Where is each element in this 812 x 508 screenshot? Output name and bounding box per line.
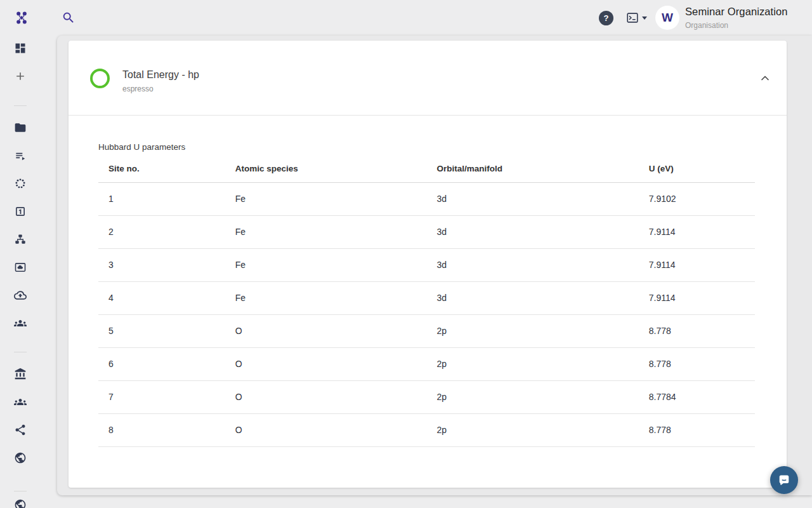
cell-orbital-manifold: 3d <box>426 215 638 248</box>
globe-icon-bottom[interactable] <box>14 498 27 508</box>
chevron-up-icon[interactable] <box>757 70 773 86</box>
cell-u-ev: 8.7784 <box>639 380 755 413</box>
table-row: 3Fe3d7.9114 <box>98 248 755 281</box>
dashboard-icon[interactable] <box>14 42 27 55</box>
cell-site-no: 3 <box>98 248 225 281</box>
help-glyph: ? <box>604 13 609 23</box>
cell-site-no: 8 <box>98 413 225 446</box>
cell-u-ev: 7.9102 <box>639 182 755 215</box>
cell-site-no: 1 <box>98 182 225 215</box>
globe-icon[interactable] <box>14 451 27 464</box>
groups-icon[interactable] <box>14 396 27 408</box>
cell-u-ev: 8.778 <box>639 413 755 446</box>
cell-u-ev: 7.9114 <box>639 248 755 281</box>
status-ring-icon <box>90 69 110 88</box>
terminal-caret-icon[interactable] <box>642 17 647 20</box>
search-icon[interactable] <box>62 11 75 25</box>
workflow-tree-icon[interactable] <box>14 233 27 246</box>
section-title: Hubbard U parameters <box>98 142 755 152</box>
terminal-dropdown-icon[interactable] <box>625 11 639 25</box>
org-menu[interactable]: Seminar Organization Organisation <box>685 6 788 30</box>
table-row: 4Fe3d7.9114 <box>98 281 755 314</box>
rail-divider <box>14 352 27 352</box>
cell-u-ev: 7.9114 <box>639 281 755 314</box>
looks-one-icon[interactable] <box>14 205 27 218</box>
rail-divider <box>14 105 27 106</box>
sidebar-rail <box>0 36 57 508</box>
job-list-icon[interactable] <box>14 149 27 162</box>
cluster-dots-icon[interactable] <box>14 177 27 190</box>
cell-u-ev: 8.778 <box>639 347 755 380</box>
org-name: Seminar Organization <box>685 6 788 18</box>
cell-atomic-species: Fe <box>225 281 427 314</box>
col-header-orbital: Orbital/manifold <box>426 156 638 182</box>
cloud-image-icon[interactable] <box>14 261 27 274</box>
table-row: 1Fe3d7.9102 <box>98 182 755 215</box>
avatar-letter: W <box>662 11 673 25</box>
card-subtitle: espresso <box>122 84 199 93</box>
cell-orbital-manifold: 3d <box>426 248 638 281</box>
col-header-species: Atomic species <box>225 156 427 182</box>
cell-atomic-species: Fe <box>225 215 427 248</box>
table-header-row: Site no. Atomic species Orbital/manifold… <box>98 156 755 182</box>
cell-atomic-species: O <box>225 380 427 413</box>
cell-u-ev: 7.9114 <box>639 215 755 248</box>
hubbard-table-body: 1Fe3d7.91022Fe3d7.91143Fe3d7.91144Fe3d7.… <box>98 182 755 446</box>
cell-u-ev: 8.778 <box>639 314 755 347</box>
cell-orbital-manifold: 2p <box>426 413 638 446</box>
share-icon[interactable] <box>14 424 27 436</box>
org-subtitle: Organisation <box>685 21 788 30</box>
cell-site-no: 5 <box>98 314 225 347</box>
cell-orbital-manifold: 2p <box>426 380 638 413</box>
cell-orbital-manifold: 3d <box>426 281 638 314</box>
cell-atomic-species: O <box>225 314 427 347</box>
table-row: 6O2p8.778 <box>98 347 755 380</box>
cell-atomic-species: O <box>225 347 427 380</box>
help-icon[interactable]: ? <box>599 11 613 25</box>
folder-icon[interactable] <box>14 121 27 134</box>
result-card: Total Energy - hp espresso Hubbard U par… <box>69 41 787 488</box>
table-row: 5O2p8.778 <box>98 314 755 347</box>
chat-fab-button[interactable] <box>770 466 798 494</box>
rail-divider <box>14 491 27 491</box>
topbar: ? W Seminar Organization Organisation <box>0 0 812 36</box>
avatar[interactable]: W <box>655 6 679 30</box>
organization-icon[interactable] <box>14 368 27 380</box>
team-icon[interactable] <box>14 317 27 330</box>
table-row: 8O2p8.778 <box>98 413 755 446</box>
table-row: 7O2p8.7784 <box>98 380 755 413</box>
chat-bubble-icon <box>776 472 792 488</box>
cell-site-no: 7 <box>98 380 225 413</box>
cell-orbital-manifold: 2p <box>426 347 638 380</box>
table-row: 2Fe3d7.9114 <box>98 215 755 248</box>
col-header-u: U (eV) <box>639 156 755 182</box>
cell-atomic-species: Fe <box>225 182 427 215</box>
cell-atomic-species: Fe <box>225 248 427 281</box>
app-logo-icon[interactable] <box>14 10 29 25</box>
cell-site-no: 2 <box>98 215 225 248</box>
cell-atomic-species: O <box>225 413 427 446</box>
cell-orbital-manifold: 2p <box>426 314 638 347</box>
cell-site-no: 4 <box>98 281 225 314</box>
card-title: Total Energy - hp <box>122 69 199 81</box>
card-header: Total Energy - hp espresso <box>69 41 787 116</box>
content-panel: Total Energy - hp espresso Hubbard U par… <box>57 36 812 495</box>
cell-site-no: 6 <box>98 347 225 380</box>
cell-orbital-manifold: 3d <box>426 182 638 215</box>
hubbard-table: Site no. Atomic species Orbital/manifold… <box>98 156 755 447</box>
card-header-text: Total Energy - hp espresso <box>122 69 199 93</box>
add-icon[interactable] <box>14 70 27 83</box>
cloud-upload-icon[interactable] <box>14 289 27 302</box>
col-header-site: Site no. <box>98 156 225 182</box>
card-body: Hubbard U parameters Site no. Atomic spe… <box>69 116 787 447</box>
